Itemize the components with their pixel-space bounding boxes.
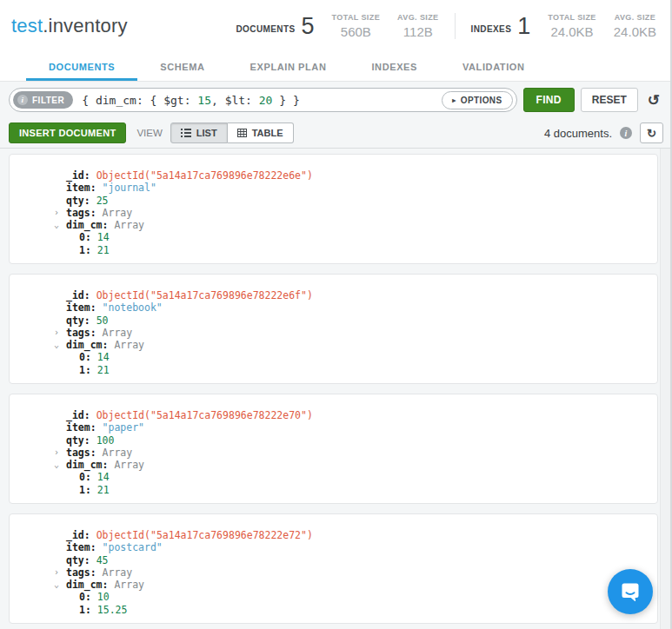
documents-total-size: TOTAL SIZE 560B <box>332 13 381 39</box>
query-history-icon[interactable]: ↺ <box>644 93 663 108</box>
document-card[interactable]: _id: ObjectId("5a14a17ca769896e78222e6e"… <box>9 154 658 264</box>
field-tags: ›tags: Array <box>66 327 643 339</box>
collection-name: .inventory <box>43 15 127 36</box>
caret-right-icon: ▸ <box>452 96 456 104</box>
chat-launcher-button[interactable] <box>608 569 653 614</box>
field-qty: qty: 100 <box>66 434 643 447</box>
field-tags: ›tags: Array <box>66 447 643 459</box>
list-icon <box>181 129 191 137</box>
array-label: Array <box>103 566 133 579</box>
field-dim-0: 0: 10 <box>66 591 643 603</box>
number-value: 14 <box>97 471 110 483</box>
objectid-value: ObjectId("5a14a17ca769896e78222e70") <box>96 409 313 421</box>
field-id: _id: ObjectId("5a14a17ca769896e78222e6e"… <box>66 169 643 182</box>
find-button[interactable]: FIND <box>523 88 575 112</box>
query-bar: i FILTER { dim_cm: { $gt: 15, $lt: 20 } … <box>0 82 672 118</box>
field-item: item: "paper" <box>66 421 643 434</box>
documents-toolbar: INSERT DOCUMENT VIEW LIST TABLE 4 docume… <box>0 118 672 149</box>
field-dim-0: 0: 14 <box>66 231 643 243</box>
number-value: 21 <box>97 484 110 496</box>
field-qty: qty: 45 <box>66 554 643 566</box>
number-value: 14 <box>97 351 110 363</box>
chevron-right-icon[interactable]: › <box>54 447 59 459</box>
field-dim-cm: ⌄dim_cm: Array <box>66 339 643 351</box>
documents-stat-label: DOCUMENTS <box>236 24 295 34</box>
chevron-right-icon[interactable]: › <box>54 327 59 339</box>
table-icon <box>237 129 247 137</box>
reset-button[interactable]: RESET <box>581 88 638 112</box>
array-label: Array <box>103 207 133 219</box>
number-value: 21 <box>97 244 110 256</box>
field-dim-0: 0: 14 <box>66 351 643 363</box>
field-dim-1: 1: 15.25 <box>66 604 643 616</box>
field-id: _id: ObjectId("5a14a17ca769896e78222e6f"… <box>66 289 643 301</box>
field-id: _id: ObjectId("5a14a17ca769896e78222e70"… <box>66 409 643 421</box>
chat-bubble-icon <box>619 580 642 603</box>
tab-validation[interactable]: VALIDATION <box>440 52 548 81</box>
chevron-down-icon[interactable]: ⌄ <box>54 459 59 471</box>
info-icon[interactable]: i <box>620 127 632 139</box>
view-label: VIEW <box>136 128 162 138</box>
view-toggle: LIST TABLE <box>170 122 294 143</box>
chevron-right-icon[interactable]: › <box>54 207 59 219</box>
list-view-button[interactable]: LIST <box>170 122 228 143</box>
collection-header: test.inventory DOCUMENTS 5 TOTAL SIZE 56… <box>0 0 672 52</box>
array-label: Array <box>103 447 133 459</box>
indexes-total-size: TOTAL SIZE 24.0KB <box>548 13 596 39</box>
string-value: "notebook" <box>103 301 163 314</box>
filter-gt-value: 15 <box>197 94 211 107</box>
string-value: "paper" <box>103 421 144 434</box>
documents-avg-size: AVG. SIZE 112B <box>397 13 438 39</box>
refresh-icon[interactable]: ↻ <box>640 122 663 143</box>
chevron-down-icon[interactable]: ⌄ <box>54 339 59 351</box>
objectid-value: ObjectId("5a14a17ca769896e78222e72") <box>96 529 313 541</box>
filter-input[interactable]: i FILTER { dim_cm: { $gt: 15, $lt: 20 } … <box>9 88 517 112</box>
document-list: _id: ObjectId("5a14a17ca769896e78222e6e"… <box>0 149 672 629</box>
filter-info-icon: i <box>17 95 28 105</box>
indexes-stat: INDEXES 1 <box>471 13 531 40</box>
field-qty: qty: 50 <box>66 314 643 327</box>
indexes-count: 1 <box>517 13 530 40</box>
scrollbar-track[interactable] <box>660 149 670 629</box>
field-dim-cm: ⌄dim_cm: Array <box>66 579 643 591</box>
tab-schema[interactable]: SCHEMA <box>137 52 227 81</box>
compass-collection-view: test.inventory DOCUMENTS 5 TOTAL SIZE 56… <box>0 0 672 629</box>
document-count: 4 documents. <box>544 127 612 140</box>
field-dim-1: 1: 21 <box>66 244 643 256</box>
filter-query-text: { dim_cm: { $gt: 15, $lt: 20 } } <box>82 94 299 107</box>
array-label: Array <box>103 327 133 339</box>
tab-bar: DOCUMENTSSCHEMAEXPLAIN PLANINDEXESVALIDA… <box>0 52 672 82</box>
array-label: Array <box>114 459 144 471</box>
filter-badge-label: FILTER <box>32 96 64 105</box>
string-value: "postcard" <box>103 541 163 553</box>
number-value: 21 <box>97 364 110 376</box>
insert-document-button[interactable]: INSERT DOCUMENT <box>9 122 126 143</box>
indexes-avg-size: AVG. SIZE 24.0KB <box>614 13 656 39</box>
field-item: item: "postcard" <box>66 541 643 553</box>
field-dim-1: 1: 21 <box>66 484 643 496</box>
chevron-right-icon[interactable]: › <box>54 566 59 579</box>
array-label: Array <box>114 219 144 231</box>
field-dim-cm: ⌄dim_cm: Array <box>66 459 643 471</box>
collection-stats: DOCUMENTS 5 TOTAL SIZE 560B AVG. SIZE 11… <box>236 13 656 40</box>
array-label: Array <box>114 339 144 351</box>
document-card[interactable]: _id: ObjectId("5a14a17ca769896e78222e6f"… <box>9 274 658 384</box>
tab-documents[interactable]: DOCUMENTS <box>26 52 137 81</box>
tab-indexes[interactable]: INDEXES <box>349 52 440 81</box>
document-card[interactable]: _id: ObjectId("5a14a17ca769896e78222e72"… <box>9 513 658 624</box>
stats-divider <box>455 13 456 39</box>
table-view-button[interactable]: TABLE <box>228 122 294 143</box>
document-card[interactable]: _id: ObjectId("5a14a17ca769896e78222e70"… <box>9 394 658 504</box>
tab-explain-plan[interactable]: EXPLAIN PLAN <box>228 52 349 81</box>
documents-stat: DOCUMENTS 5 <box>236 13 314 40</box>
number-value: 25 <box>96 195 109 207</box>
field-qty: qty: 25 <box>66 195 643 207</box>
field-id: _id: ObjectId("5a14a17ca769896e78222e72"… <box>66 529 643 541</box>
array-label: Array <box>114 579 144 591</box>
chevron-down-icon[interactable]: ⌄ <box>54 579 59 591</box>
chevron-down-icon[interactable]: ⌄ <box>54 219 59 231</box>
number-value: 50 <box>96 314 109 327</box>
field-dim-cm: ⌄dim_cm: Array <box>66 219 643 231</box>
filter-lt-value: 20 <box>259 94 273 107</box>
options-button[interactable]: ▸ OPTIONS <box>442 91 512 109</box>
